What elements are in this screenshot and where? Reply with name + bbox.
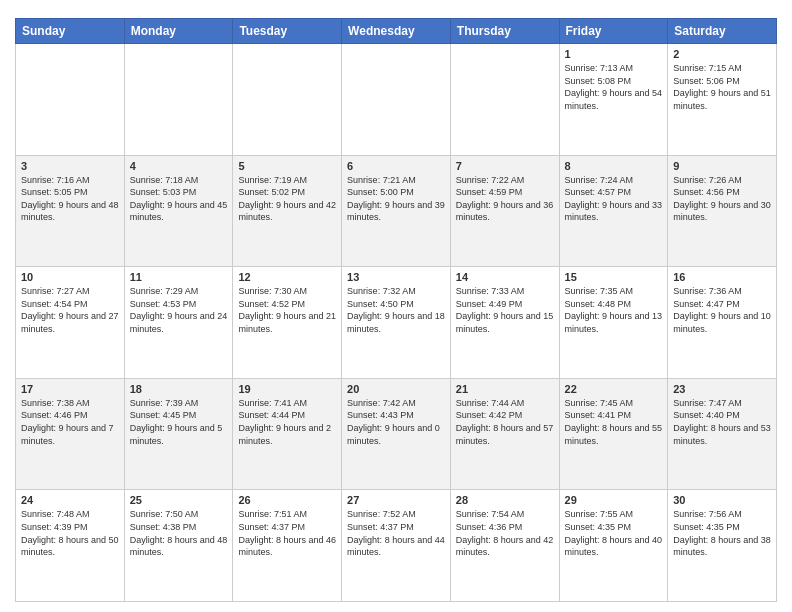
day-cell: 30Sunrise: 7:56 AM Sunset: 4:35 PM Dayli… (668, 490, 777, 602)
weekday-thursday: Thursday (450, 19, 559, 44)
day-number: 1 (565, 48, 663, 60)
day-cell: 1Sunrise: 7:13 AM Sunset: 5:08 PM Daylig… (559, 44, 668, 156)
day-number: 2 (673, 48, 771, 60)
day-number: 23 (673, 383, 771, 395)
day-info: Sunrise: 7:50 AM Sunset: 4:38 PM Dayligh… (130, 508, 228, 558)
day-cell: 21Sunrise: 7:44 AM Sunset: 4:42 PM Dayli… (450, 378, 559, 490)
day-info: Sunrise: 7:55 AM Sunset: 4:35 PM Dayligh… (565, 508, 663, 558)
day-info: Sunrise: 7:30 AM Sunset: 4:52 PM Dayligh… (238, 285, 336, 335)
day-info: Sunrise: 7:18 AM Sunset: 5:03 PM Dayligh… (130, 174, 228, 224)
day-info: Sunrise: 7:26 AM Sunset: 4:56 PM Dayligh… (673, 174, 771, 224)
day-number: 13 (347, 271, 445, 283)
day-info: Sunrise: 7:22 AM Sunset: 4:59 PM Dayligh… (456, 174, 554, 224)
day-cell: 23Sunrise: 7:47 AM Sunset: 4:40 PM Dayli… (668, 378, 777, 490)
weekday-monday: Monday (124, 19, 233, 44)
day-cell: 10Sunrise: 7:27 AM Sunset: 4:54 PM Dayli… (16, 267, 125, 379)
day-cell: 17Sunrise: 7:38 AM Sunset: 4:46 PM Dayli… (16, 378, 125, 490)
day-info: Sunrise: 7:19 AM Sunset: 5:02 PM Dayligh… (238, 174, 336, 224)
day-cell: 28Sunrise: 7:54 AM Sunset: 4:36 PM Dayli… (450, 490, 559, 602)
day-info: Sunrise: 7:13 AM Sunset: 5:08 PM Dayligh… (565, 62, 663, 112)
day-info: Sunrise: 7:42 AM Sunset: 4:43 PM Dayligh… (347, 397, 445, 447)
weekday-wednesday: Wednesday (342, 19, 451, 44)
day-info: Sunrise: 7:24 AM Sunset: 4:57 PM Dayligh… (565, 174, 663, 224)
calendar-body: 1Sunrise: 7:13 AM Sunset: 5:08 PM Daylig… (16, 44, 777, 602)
day-number: 9 (673, 160, 771, 172)
day-number: 20 (347, 383, 445, 395)
day-info: Sunrise: 7:48 AM Sunset: 4:39 PM Dayligh… (21, 508, 119, 558)
day-cell (450, 44, 559, 156)
day-cell: 11Sunrise: 7:29 AM Sunset: 4:53 PM Dayli… (124, 267, 233, 379)
day-number: 17 (21, 383, 119, 395)
day-number: 7 (456, 160, 554, 172)
day-cell: 20Sunrise: 7:42 AM Sunset: 4:43 PM Dayli… (342, 378, 451, 490)
day-number: 30 (673, 494, 771, 506)
day-number: 19 (238, 383, 336, 395)
day-info: Sunrise: 7:44 AM Sunset: 4:42 PM Dayligh… (456, 397, 554, 447)
day-cell: 19Sunrise: 7:41 AM Sunset: 4:44 PM Dayli… (233, 378, 342, 490)
day-info: Sunrise: 7:47 AM Sunset: 4:40 PM Dayligh… (673, 397, 771, 447)
calendar-header: SundayMondayTuesdayWednesdayThursdayFrid… (16, 19, 777, 44)
day-cell: 13Sunrise: 7:32 AM Sunset: 4:50 PM Dayli… (342, 267, 451, 379)
week-row-0: 1Sunrise: 7:13 AM Sunset: 5:08 PM Daylig… (16, 44, 777, 156)
day-number: 28 (456, 494, 554, 506)
day-info: Sunrise: 7:38 AM Sunset: 4:46 PM Dayligh… (21, 397, 119, 447)
day-info: Sunrise: 7:29 AM Sunset: 4:53 PM Dayligh… (130, 285, 228, 335)
day-info: Sunrise: 7:33 AM Sunset: 4:49 PM Dayligh… (456, 285, 554, 335)
day-number: 18 (130, 383, 228, 395)
day-cell (16, 44, 125, 156)
day-cell: 27Sunrise: 7:52 AM Sunset: 4:37 PM Dayli… (342, 490, 451, 602)
week-row-1: 3Sunrise: 7:16 AM Sunset: 5:05 PM Daylig… (16, 155, 777, 267)
day-info: Sunrise: 7:51 AM Sunset: 4:37 PM Dayligh… (238, 508, 336, 558)
day-number: 26 (238, 494, 336, 506)
day-info: Sunrise: 7:45 AM Sunset: 4:41 PM Dayligh… (565, 397, 663, 447)
day-info: Sunrise: 7:41 AM Sunset: 4:44 PM Dayligh… (238, 397, 336, 447)
day-cell: 26Sunrise: 7:51 AM Sunset: 4:37 PM Dayli… (233, 490, 342, 602)
day-number: 27 (347, 494, 445, 506)
day-cell: 14Sunrise: 7:33 AM Sunset: 4:49 PM Dayli… (450, 267, 559, 379)
day-info: Sunrise: 7:32 AM Sunset: 4:50 PM Dayligh… (347, 285, 445, 335)
day-number: 14 (456, 271, 554, 283)
day-number: 11 (130, 271, 228, 283)
day-number: 21 (456, 383, 554, 395)
day-cell: 7Sunrise: 7:22 AM Sunset: 4:59 PM Daylig… (450, 155, 559, 267)
day-number: 22 (565, 383, 663, 395)
weekday-sunday: Sunday (16, 19, 125, 44)
week-row-3: 17Sunrise: 7:38 AM Sunset: 4:46 PM Dayli… (16, 378, 777, 490)
calendar: SundayMondayTuesdayWednesdayThursdayFrid… (15, 18, 777, 602)
day-number: 10 (21, 271, 119, 283)
day-number: 25 (130, 494, 228, 506)
day-cell: 6Sunrise: 7:21 AM Sunset: 5:00 PM Daylig… (342, 155, 451, 267)
day-number: 16 (673, 271, 771, 283)
weekday-saturday: Saturday (668, 19, 777, 44)
day-cell: 15Sunrise: 7:35 AM Sunset: 4:48 PM Dayli… (559, 267, 668, 379)
weekday-friday: Friday (559, 19, 668, 44)
day-cell: 8Sunrise: 7:24 AM Sunset: 4:57 PM Daylig… (559, 155, 668, 267)
day-number: 6 (347, 160, 445, 172)
day-cell: 25Sunrise: 7:50 AM Sunset: 4:38 PM Dayli… (124, 490, 233, 602)
day-number: 8 (565, 160, 663, 172)
day-number: 4 (130, 160, 228, 172)
day-cell: 9Sunrise: 7:26 AM Sunset: 4:56 PM Daylig… (668, 155, 777, 267)
day-info: Sunrise: 7:15 AM Sunset: 5:06 PM Dayligh… (673, 62, 771, 112)
page: General Blue SundayMondayTuesdayWednesda… (0, 0, 792, 612)
day-number: 15 (565, 271, 663, 283)
day-number: 29 (565, 494, 663, 506)
day-cell (124, 44, 233, 156)
weekday-tuesday: Tuesday (233, 19, 342, 44)
day-cell: 18Sunrise: 7:39 AM Sunset: 4:45 PM Dayli… (124, 378, 233, 490)
day-number: 3 (21, 160, 119, 172)
day-cell: 12Sunrise: 7:30 AM Sunset: 4:52 PM Dayli… (233, 267, 342, 379)
day-number: 24 (21, 494, 119, 506)
day-info: Sunrise: 7:16 AM Sunset: 5:05 PM Dayligh… (21, 174, 119, 224)
day-cell: 5Sunrise: 7:19 AM Sunset: 5:02 PM Daylig… (233, 155, 342, 267)
day-info: Sunrise: 7:39 AM Sunset: 4:45 PM Dayligh… (130, 397, 228, 447)
day-cell: 22Sunrise: 7:45 AM Sunset: 4:41 PM Dayli… (559, 378, 668, 490)
day-info: Sunrise: 7:35 AM Sunset: 4:48 PM Dayligh… (565, 285, 663, 335)
day-info: Sunrise: 7:27 AM Sunset: 4:54 PM Dayligh… (21, 285, 119, 335)
weekday-header-row: SundayMondayTuesdayWednesdayThursdayFrid… (16, 19, 777, 44)
day-info: Sunrise: 7:54 AM Sunset: 4:36 PM Dayligh… (456, 508, 554, 558)
day-cell: 2Sunrise: 7:15 AM Sunset: 5:06 PM Daylig… (668, 44, 777, 156)
day-cell: 24Sunrise: 7:48 AM Sunset: 4:39 PM Dayli… (16, 490, 125, 602)
day-cell (342, 44, 451, 156)
day-number: 5 (238, 160, 336, 172)
